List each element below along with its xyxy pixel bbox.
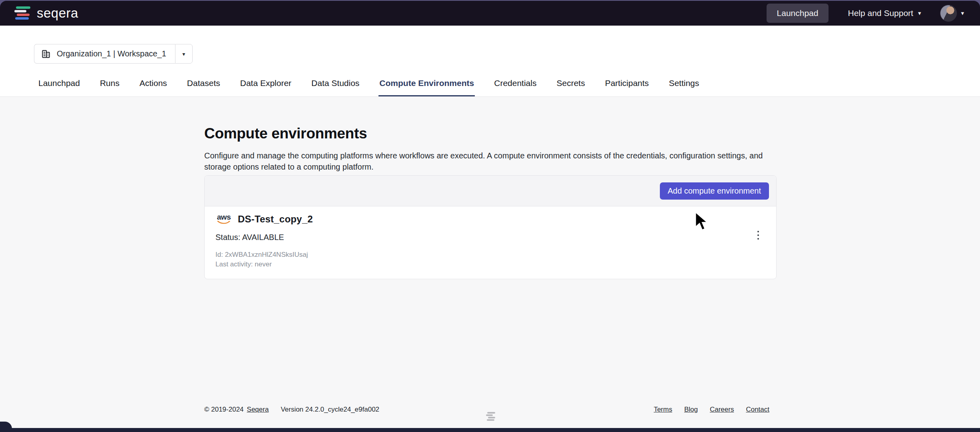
brand-name: seqera <box>37 6 78 21</box>
seqera-footer-logo-icon <box>486 412 496 422</box>
compute-environment-status: Status: AVAILABLE <box>215 233 776 242</box>
avatar <box>940 5 957 22</box>
aws-provider-icon: aws <box>215 214 232 224</box>
workspace-tabs: Launchpad Runs Actions Datasets Data Exp… <box>38 73 700 96</box>
contact-link[interactable]: Contact <box>746 406 769 414</box>
tab-compute-environments[interactable]: Compute Environments <box>378 73 475 96</box>
compute-environment-last-activity: Last activity: never <box>215 260 776 269</box>
tab-actions[interactable]: Actions <box>139 73 168 96</box>
page-description: Configure and manage the computing platf… <box>204 150 774 172</box>
tab-credentials[interactable]: Credentials <box>493 73 537 96</box>
workspace-selector[interactable]: Organization_1 | Workspace_1 <box>34 44 175 64</box>
page-title: Compute environments <box>204 125 980 142</box>
careers-link[interactable]: Careers <box>710 406 734 414</box>
terms-link[interactable]: Terms <box>654 406 672 414</box>
compute-environment-name[interactable]: DS-Test_copy_2 <box>238 214 313 225</box>
tab-data-explorer[interactable]: Data Explorer <box>239 73 292 96</box>
version-text: Version 24.2.0_cycle24_e9fa002 <box>281 406 379 414</box>
seqera-logo-icon <box>14 6 31 21</box>
compute-environment-meta: Id: 2xWBA1xznHlZ4NSksIUsaj Last activity… <box>215 250 776 269</box>
status-value: AVAILABLE <box>242 233 284 242</box>
tab-runs[interactable]: Runs <box>99 73 120 96</box>
compute-environment-id: Id: 2xWBA1xznHlZ4NSksIUsaj <box>215 250 776 260</box>
brand[interactable]: seqera <box>14 6 78 21</box>
chevron-down-icon: ▾ <box>918 10 921 17</box>
organization-icon <box>41 49 51 59</box>
tab-datasets[interactable]: Datasets <box>186 73 221 96</box>
compute-environment-row: aws DS-Test_copy_2 Status: AVAILABLE Id:… <box>205 206 776 279</box>
chevron-down-icon: ▾ <box>961 10 964 17</box>
tab-data-studios[interactable]: Data Studios <box>311 73 360 96</box>
help-and-support-label: Help and Support <box>848 8 913 18</box>
tab-secrets[interactable]: Secrets <box>556 73 586 96</box>
chevron-down-icon: ▾ <box>182 51 185 57</box>
tab-settings[interactable]: Settings <box>668 73 700 96</box>
workspace-header: Organization_1 | Workspace_1 ▾ Launchpad… <box>0 26 980 97</box>
footer-links: Terms Blog Careers Contact <box>654 406 769 414</box>
user-menu[interactable]: ▾ <box>940 5 964 22</box>
row-options-kebab-icon[interactable] <box>751 227 765 243</box>
workspace-selector-label: Organization_1 | Workspace_1 <box>57 49 166 58</box>
top-navbar: seqera Launchpad Help and Support ▾ ▾ <box>0 1 980 26</box>
launchpad-button[interactable]: Launchpad <box>767 4 829 23</box>
tab-launchpad[interactable]: Launchpad <box>38 73 81 96</box>
panel-toolbar: Add compute environment <box>205 176 776 206</box>
tab-participants[interactable]: Participants <box>604 73 650 96</box>
blog-link[interactable]: Blog <box>684 406 698 414</box>
add-compute-environment-button[interactable]: Add compute environment <box>660 182 769 200</box>
workspace-selector-caret[interactable]: ▾ <box>175 44 193 64</box>
bottom-strip <box>0 428 980 432</box>
compute-environments-panel: Add compute environment aws DS-Test_copy… <box>204 175 777 279</box>
seqera-link[interactable]: Seqera <box>247 406 269 414</box>
copyright-text: © 2019-2024 <box>204 406 244 414</box>
help-and-support-menu[interactable]: Help and Support ▾ <box>848 8 921 18</box>
main-content: Compute environments Configure and manag… <box>0 97 980 172</box>
